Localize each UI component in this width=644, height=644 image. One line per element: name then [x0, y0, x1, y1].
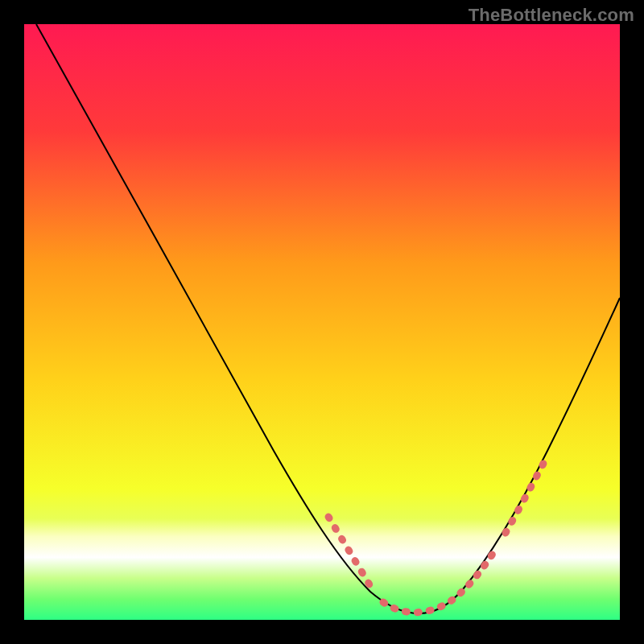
- outer-frame: TheBottleneck.com: [0, 0, 644, 644]
- highlight-dots: [328, 462, 544, 613]
- curve-layer: [24, 24, 620, 620]
- watermark-text: TheBottleneck.com: [469, 5, 634, 26]
- plot-area: [24, 24, 620, 620]
- bottleneck-curve: [36, 24, 620, 613]
